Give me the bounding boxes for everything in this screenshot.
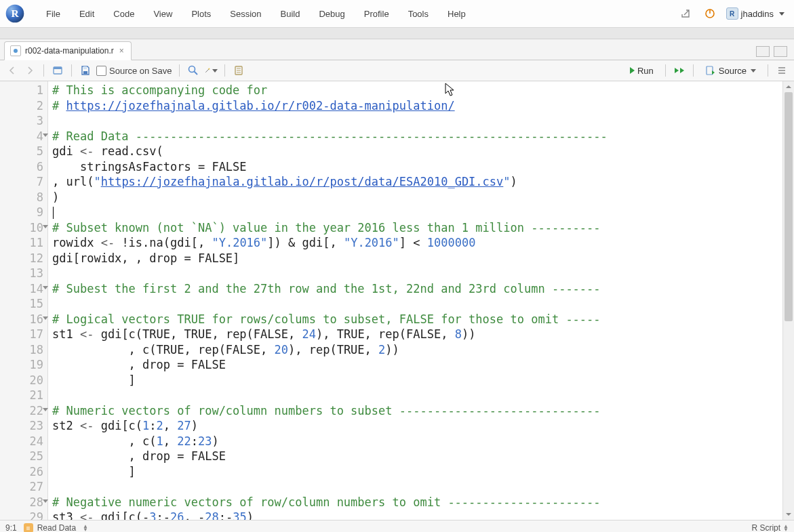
status-bar: 9:1 ≡ Read Data ▲▼ R Script ▲▼ bbox=[0, 520, 794, 532]
rerun-icon[interactable] bbox=[673, 64, 686, 77]
minimize-pane-icon[interactable] bbox=[756, 46, 770, 57]
maximize-pane-icon[interactable] bbox=[774, 46, 787, 57]
code-line[interactable]: gdi <- read.csv( bbox=[52, 144, 780, 159]
tab-bar: r002-data-manipulation.r × bbox=[0, 39, 794, 60]
menu-view[interactable]: View bbox=[144, 6, 182, 22]
line-number: 22 bbox=[0, 403, 47, 419]
menu-file[interactable]: File bbox=[37, 6, 70, 22]
section-icon: ≡ bbox=[24, 523, 33, 532]
line-number: 8 bbox=[0, 190, 47, 205]
tab-filename: r002-data-manipulation.r bbox=[25, 46, 114, 56]
code-line[interactable]: st3 <- gdi[c(-3:-26, -28:-35) bbox=[52, 510, 780, 520]
updown-icon: ▲▼ bbox=[83, 525, 88, 531]
code-line[interactable] bbox=[52, 205, 780, 220]
code-line[interactable]: # Subest the first 2 and the 27th row an… bbox=[52, 281, 780, 297]
section-name: Read Data bbox=[37, 523, 76, 532]
svg-line-9 bbox=[194, 72, 197, 75]
code-line[interactable]: gdi[rowidx, , drop = FALSE] bbox=[52, 251, 780, 266]
scroll-thumb[interactable] bbox=[785, 92, 793, 321]
run-button[interactable]: Run bbox=[625, 61, 658, 80]
close-icon[interactable]: × bbox=[118, 47, 125, 55]
source-on-save-checkbox[interactable]: Source on Save bbox=[96, 65, 172, 76]
menu-edit[interactable]: Edit bbox=[70, 6, 104, 22]
rscript-file-icon bbox=[10, 45, 21, 56]
line-number: 19 bbox=[0, 357, 47, 373]
code-line[interactable]: st1 <- gdi[c(TRUE, TRUE, rep(FALSE, 24),… bbox=[52, 327, 780, 342]
line-number: 28 bbox=[0, 495, 47, 510]
code-line[interactable]: ] bbox=[52, 464, 780, 480]
open-external-icon[interactable] bbox=[676, 4, 695, 23]
vertical-scrollbar[interactable] bbox=[782, 81, 794, 520]
play-icon bbox=[630, 67, 635, 74]
code-line[interactable]: , drop = FALSE bbox=[52, 357, 780, 373]
scroll-up-icon[interactable] bbox=[783, 81, 794, 92]
code-line[interactable]: ) bbox=[52, 190, 780, 205]
power-icon[interactable] bbox=[700, 4, 719, 23]
svg-rect-6 bbox=[83, 71, 87, 74]
scroll-down-icon[interactable] bbox=[783, 509, 794, 520]
line-number: 29 bbox=[0, 510, 47, 520]
line-number: 6 bbox=[0, 159, 47, 175]
menu-profile[interactable]: Profile bbox=[355, 6, 399, 22]
code-line[interactable]: # This is accompanying code for bbox=[52, 83, 780, 98]
menu-build[interactable]: Build bbox=[271, 6, 310, 22]
user-menu[interactable]: R jhaddins bbox=[722, 6, 789, 21]
code-line[interactable]: # Read Data ----------------------------… bbox=[52, 129, 780, 144]
code-editor[interactable]: 1234567891011121314151617181920212223242… bbox=[0, 81, 794, 520]
run-label: Run bbox=[637, 66, 654, 76]
code-line[interactable]: stringsAsFactors = FALSE bbox=[52, 159, 780, 175]
code-line[interactable]: , url("https://jozefhajnala.gitlab.io/r/… bbox=[52, 174, 780, 190]
editor-toolbar: Source on Save Run Source bbox=[0, 60, 794, 81]
code-line[interactable]: # Logical vectors TRUE for rows/colums t… bbox=[52, 312, 780, 327]
line-number: 17 bbox=[0, 327, 47, 342]
line-number: 3 bbox=[0, 113, 47, 129]
code-content[interactable]: # This is accompanying code for# https:/… bbox=[48, 81, 782, 520]
menu-debug[interactable]: Debug bbox=[309, 6, 354, 22]
menu-plots[interactable]: Plots bbox=[182, 6, 220, 22]
source-doc-icon bbox=[705, 65, 716, 76]
code-line[interactable] bbox=[52, 296, 780, 312]
code-line[interactable]: # Subset known (not `NA`) value in the y… bbox=[52, 220, 780, 236]
wand-icon[interactable] bbox=[204, 64, 218, 77]
code-line[interactable]: rowidx <- !is.na(gdi[, "Y.2016"]) & gdi[… bbox=[52, 235, 780, 251]
code-line[interactable] bbox=[52, 113, 780, 129]
back-icon[interactable] bbox=[5, 64, 19, 77]
line-number: 20 bbox=[0, 373, 47, 388]
code-line[interactable]: st2 <- gdi[c(1:2, 27) bbox=[52, 418, 780, 434]
code-line[interactable]: ] bbox=[52, 373, 780, 388]
code-line[interactable]: , drop = FALSE bbox=[52, 449, 780, 464]
line-number: 10 bbox=[0, 220, 47, 236]
forward-icon[interactable] bbox=[23, 64, 37, 77]
line-number: 13 bbox=[0, 266, 47, 281]
code-line[interactable]: , c(1, 22:23) bbox=[52, 434, 780, 449]
line-number: 14 bbox=[0, 281, 47, 297]
line-number: 11 bbox=[0, 235, 47, 251]
save-icon[interactable] bbox=[79, 64, 92, 77]
notebook-icon[interactable] bbox=[232, 64, 245, 77]
line-number: 23 bbox=[0, 418, 47, 434]
code-line[interactable] bbox=[52, 479, 780, 495]
menu-code[interactable]: Code bbox=[104, 6, 144, 22]
source-button[interactable]: Source bbox=[700, 61, 761, 80]
code-line[interactable]: # Negative numeric vectors of row/column… bbox=[52, 495, 780, 510]
code-line[interactable] bbox=[52, 266, 780, 281]
line-number: 12 bbox=[0, 251, 47, 266]
tab-active[interactable]: r002-data-manipulation.r × bbox=[4, 41, 132, 60]
code-line[interactable] bbox=[52, 388, 780, 403]
line-number: 5 bbox=[0, 144, 47, 159]
section-selector[interactable]: ≡ Read Data ▲▼ bbox=[24, 523, 88, 532]
language-selector[interactable]: R Script ▲▼ bbox=[751, 523, 789, 532]
line-number: 26 bbox=[0, 464, 47, 480]
menu-help[interactable]: Help bbox=[438, 6, 475, 22]
code-line[interactable]: # Numeric vectors of row/column numbers … bbox=[52, 403, 780, 419]
line-number: 4 bbox=[0, 129, 47, 144]
menu-session[interactable]: Session bbox=[220, 6, 271, 22]
outline-icon[interactable] bbox=[775, 64, 789, 77]
find-icon[interactable] bbox=[186, 64, 200, 77]
menu-tools[interactable]: Tools bbox=[399, 6, 438, 22]
code-line[interactable]: , c(TRUE, rep(FALSE, 20), rep(TRUE, 2)) bbox=[52, 342, 780, 358]
code-line[interactable]: # https://jozefhajnala.gitlab.io/r/r002-… bbox=[52, 98, 780, 114]
show-in-files-icon[interactable] bbox=[51, 64, 64, 77]
line-number: 2 bbox=[0, 98, 47, 114]
rstudio-logo-icon: R bbox=[5, 4, 24, 23]
